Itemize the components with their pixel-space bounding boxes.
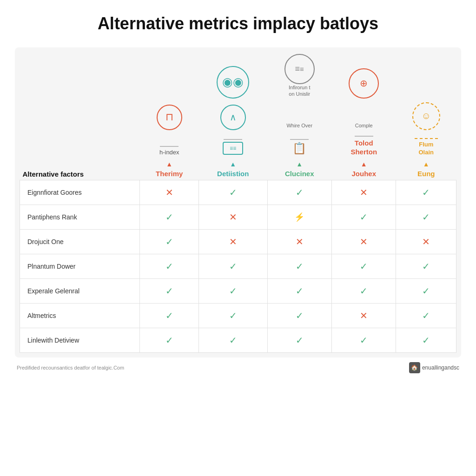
check-icon: ✓ [422,212,430,222]
cell-r0-c4: ✓ [396,180,456,205]
therimy-label: h-index [143,149,196,157]
table-row: Plnantum Dower✓✓✓✓✓ [20,254,456,278]
cell-r4-c2: ✓ [267,278,331,303]
footer-disclaimer: Predifided recounsantics deatfor of teal… [17,365,124,370]
empty-cell-label [20,132,140,159]
clucinex-product-name: Clucinex [285,170,314,178]
row-label: Eignnfiorat Goores [20,180,140,205]
col-therimy-name-cell: ▲ Therimy [140,159,199,180]
cell-r0-c3: ✕ [331,180,396,205]
check-icon: ✓ [422,261,430,271]
row-label: Linlewith Detiview [20,328,140,352]
empty-cell-mid [20,100,140,132]
comparison-table: ◉◉ ≡≡ Infirorun ton Unislir ⊕ [20,52,456,353]
detiistion-product-name: Detiistion [217,170,249,178]
cell-r6-c3: ✓ [331,328,396,352]
col-eung-mid: ☺ [396,100,456,132]
header-name-row: Alternative factors ▲ Therimy ▲ Detiisti… [20,159,456,180]
check-icon: ✓ [296,187,304,198]
partial-icon: ⚡ [294,212,304,222]
cell-r2-c4: ✕ [396,229,456,254]
row-label: Altmetrics [20,303,140,328]
therimy-divider [160,146,178,147]
cell-r1-c0: ✓ [140,205,199,229]
cross-icon: ✕ [296,237,304,247]
check-icon: ✓ [360,335,368,345]
cell-r6-c1: ✓ [199,328,267,352]
eung-divider [415,138,438,139]
clucinex-divider [290,139,309,140]
clucinex-top-icon-area: ≡≡ Infirorun ton Unislir [270,54,329,99]
col-detiistion-label: ≡≡ [199,132,267,159]
cell-r5-c2: ✓ [267,303,331,328]
brand-icon: 🏠 [409,362,420,373]
check-icon: ✓ [165,237,173,247]
check-icon: ✓ [165,286,173,296]
cell-r2-c3: ✕ [331,229,396,254]
col-detiistion-name-cell: ▲ Detiistion [199,159,267,180]
check-icon: ✓ [229,261,237,271]
check-icon: ✓ [229,187,237,198]
col-clucinex-top: ≡≡ Infirorun ton Unislir [267,52,331,100]
eung-section-label: FlumOlain [399,141,454,157]
table-row: Pantiphens Rank✓✕⚡✓✓ [20,205,456,229]
header-mid-icon-row: ⊓ ∧ Whire Over Comple ☺ [20,100,456,132]
eung-product-name: Eung [417,170,435,178]
cell-r6-c0: ✓ [140,328,199,352]
jouhex-divider [355,136,373,137]
comparison-table-wrapper: ◉◉ ≡≡ Infirorun ton Unislir ⊕ [15,47,461,357]
check-icon: ✓ [165,311,173,321]
cell-r3-c2: ✓ [267,254,331,278]
table-row: Eignnfiorat Goores✕✓✓✕✓ [20,180,456,205]
cell-r6-c4: ✓ [396,328,456,352]
check-icon: ✓ [422,286,430,296]
cell-r2-c2: ✕ [267,229,331,254]
cell-r1-c1: ✕ [199,205,267,229]
header-label-row: h-index ≡≡ 📋 TolodSherton [20,132,456,159]
cross-icon: ✕ [360,311,368,321]
check-icon: ✓ [422,187,430,198]
jouhex-mid-label: Comple [334,122,393,129]
cell-r3-c3: ✓ [331,254,396,278]
check-icon: ✓ [165,335,173,345]
check-icon: ✓ [229,311,237,321]
cell-r1-c2: ⚡ [267,205,331,229]
page-title: Alternative metrics implacy batloys [98,14,378,33]
cell-r5-c3: ✕ [331,303,396,328]
detiistion-mid-icon: ∧ [220,105,246,130]
jouhex-top-icon-area: ⊕ [334,68,393,99]
col-jouhex-mid: Comple [331,100,396,132]
cell-r4-c3: ✓ [331,278,396,303]
col-therimy-label: h-index [140,132,199,159]
row-label: Experale Gelenral [20,278,140,303]
detiistion-top-icon-area: ◉◉ [202,66,264,99]
col-clucinex-name-cell: ▲ Clucinex [267,159,331,180]
check-icon: ✓ [422,311,430,321]
clucinex-sub-icon: 📋 [270,142,329,155]
cross-icon: ✕ [229,212,237,222]
cell-r1-c4: ✓ [396,205,456,229]
col-therimy-top [140,52,199,100]
table-row: Drojucit One✓✕✕✕✕ [20,229,456,254]
col-detiistion-mid: ∧ [199,100,267,132]
cell-r5-c1: ✓ [199,303,267,328]
cross-icon: ✕ [360,187,368,198]
footer: Predifided recounsantics deatfor of teal… [15,362,461,373]
table-row: Experale Gelenral✓✓✓✓✓ [20,278,456,303]
cell-r2-c1: ✕ [199,229,267,254]
check-icon: ✓ [296,261,304,271]
jouhex-arrow: ▲ [334,160,393,168]
detiistion-divider [224,139,242,140]
cell-r0-c2: ✓ [267,180,331,205]
clucinex-arrow: ▲ [270,160,329,168]
cross-icon: ✕ [360,237,368,247]
jouhex-section-label: TolodSherton [334,139,393,157]
eung-arrow: ▲ [399,160,454,168]
table-row: Linlewith Detiview✓✓✓✓✓ [20,328,456,352]
cell-r5-c0: ✓ [140,303,199,328]
detiistion-top-icon: ◉◉ [217,66,249,99]
therimy-arrow: ▲ [143,160,196,168]
cell-r0-c0: ✕ [140,180,199,205]
check-icon: ✓ [296,311,304,321]
cell-r4-c4: ✓ [396,278,456,303]
